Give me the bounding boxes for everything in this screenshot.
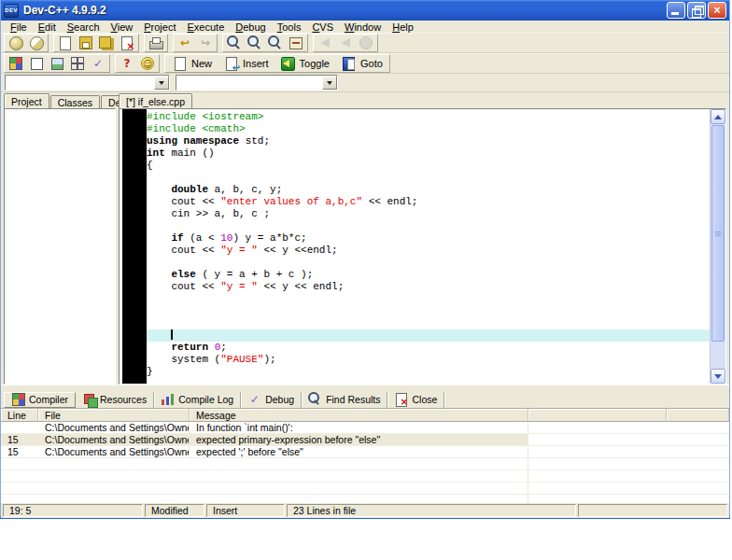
abort-button[interactable] — [356, 35, 376, 51]
menu-bar: FileEditSearchViewProjectExecuteDebugToo… — [1, 21, 729, 33]
save-all-button[interactable] — [96, 35, 117, 51]
tab-find-results[interactable]: Find Results — [302, 392, 387, 408]
close-button[interactable]: × — [708, 2, 726, 19]
code-line — [147, 305, 710, 317]
code-line: double a, b, c, y; — [147, 184, 710, 196]
menu-view[interactable]: View — [106, 21, 139, 33]
new-unit-button[interactable]: New — [166, 55, 218, 72]
code-editor[interactable]: #include <iostream>#include <cmath>using… — [119, 108, 726, 385]
new-project-button[interactable] — [6, 55, 26, 72]
scroll-down-icon[interactable] — [711, 369, 725, 384]
table-header: LineFileMessage — [1, 409, 729, 422]
forward-button[interactable] — [335, 35, 356, 51]
scrollbar-thumb[interactable] — [711, 125, 725, 342]
close-file-button[interactable] — [117, 35, 137, 51]
save-button[interactable] — [76, 35, 96, 51]
project-options-icon — [49, 56, 65, 71]
chevron-down-icon[interactable] — [154, 76, 169, 90]
table-row[interactable]: C:\Documents and Settings\Owner\...In fu… — [1, 422, 729, 434]
insert-icon — [223, 56, 239, 71]
redo-icon: ↪ — [198, 35, 214, 50]
tab-row: ProjectClassesDebug [*] if_else.cpp — [1, 92, 729, 108]
code-line: cout << "enter values of a,b,c" << endl; — [147, 196, 710, 208]
goto-bookmark-button[interactable]: Goto — [335, 55, 388, 72]
about-button[interactable]: ☺ — [137, 55, 158, 72]
column-header-line[interactable]: Line — [1, 409, 38, 422]
replace-button[interactable] — [265, 35, 286, 51]
menu-window[interactable]: Window — [339, 21, 387, 33]
editor-gutter — [122, 109, 147, 384]
cell — [528, 446, 667, 457]
tab-project[interactable]: Project — [4, 93, 49, 108]
tab-compiler[interactable]: Compiler — [4, 392, 76, 408]
menu-cvs[interactable]: CVS — [306, 21, 339, 33]
tab-debug[interactable]: ✓Debug — [241, 392, 302, 408]
chevron-down-icon[interactable] — [322, 76, 337, 90]
undo-button[interactable]: ↩ — [175, 35, 195, 51]
tab-resources[interactable]: Resources — [76, 392, 154, 408]
menu-search[interactable]: Search — [62, 21, 106, 33]
menu-tools[interactable]: Tools — [272, 21, 307, 33]
cell: 15 — [1, 446, 38, 457]
code-line — [147, 220, 710, 232]
new-project-icon — [8, 56, 24, 71]
save-icon — [78, 35, 94, 50]
menu-execute[interactable]: Execute — [182, 21, 231, 33]
table-row[interactable]: 15C:\Documents and Settings\Owner\...exp… — [1, 446, 729, 458]
status-panel-1: 19: 5 — [3, 504, 143, 517]
cell: In function `int main()': — [190, 422, 528, 433]
code-line: return 0; — [147, 342, 710, 354]
table-row[interactable]: 15C:\Documents and Settings\Owner\...exp… — [1, 434, 729, 446]
cell — [667, 446, 729, 457]
project-options-button[interactable] — [47, 55, 67, 72]
panel-splitter[interactable] — [1, 385, 729, 391]
table-row-empty — [1, 470, 729, 483]
main-toolbar: ↩↪ — [1, 33, 729, 53]
member-browser-combo-input[interactable] — [176, 76, 322, 90]
find-button[interactable] — [224, 35, 245, 51]
toggle-bookmark-button[interactable]: Toggle — [274, 55, 335, 72]
window-controls: × — [667, 2, 726, 19]
menu-debug[interactable]: Debug — [230, 21, 271, 33]
vertical-scrollbar[interactable] — [710, 109, 725, 384]
report-tabs: CompilerResourcesCompile Log✓DebugFind R… — [1, 391, 729, 409]
menu-file[interactable]: File — [5, 21, 33, 33]
member-browser-combo[interactable] — [176, 75, 338, 91]
compile-button[interactable] — [6, 35, 26, 51]
code-line — [147, 172, 710, 184]
goto-line-button[interactable] — [286, 35, 306, 51]
tab-compile-log[interactable]: Compile Log — [154, 392, 241, 408]
restore-button[interactable] — [687, 2, 706, 19]
toolbar-group — [313, 34, 378, 52]
editor-tab-if-else-cpp[interactable]: [*] if_else.cpp — [119, 93, 192, 108]
print-button[interactable] — [146, 35, 166, 51]
compile-run-button[interactable] — [26, 35, 47, 51]
menu-project[interactable]: Project — [138, 21, 181, 33]
scroll-up-icon[interactable] — [711, 109, 725, 124]
remove-unit-button[interactable] — [26, 55, 47, 72]
cell-empty — [38, 470, 190, 482]
check-syntax-button[interactable]: ✓ — [88, 55, 108, 72]
tab-close[interactable]: Close — [387, 392, 444, 408]
redo-button[interactable]: ↪ — [195, 35, 216, 51]
toolbar-group: ?☺ — [115, 54, 160, 73]
help-icon: ? — [120, 56, 135, 71]
column-header-file[interactable]: File — [38, 409, 190, 422]
class-browser-combo[interactable] — [5, 75, 170, 91]
goto-bookmark-icon — [341, 56, 357, 71]
help-button[interactable]: ? — [117, 55, 137, 72]
new-source-button[interactable] — [55, 35, 76, 51]
package-manager-button[interactable] — [67, 55, 88, 72]
back-button[interactable] — [315, 35, 335, 51]
status-bar: 19: 5ModifiedInsert23 Lines in file — [1, 503, 729, 518]
menu-help[interactable]: Help — [387, 21, 419, 33]
find-in-files-button[interactable] — [245, 35, 265, 51]
minimize-button[interactable] — [667, 2, 685, 19]
browser-combo-bar — [1, 74, 729, 92]
column-header-message[interactable]: Message — [190, 409, 528, 422]
class-browser-combo-input[interactable] — [6, 76, 154, 90]
tab-classes[interactable]: Classes — [50, 95, 100, 108]
menu-edit[interactable]: Edit — [33, 21, 62, 33]
insert-button[interactable]: Insert — [218, 55, 274, 72]
code-area[interactable]: #include <iostream>#include <cmath>using… — [147, 111, 710, 378]
